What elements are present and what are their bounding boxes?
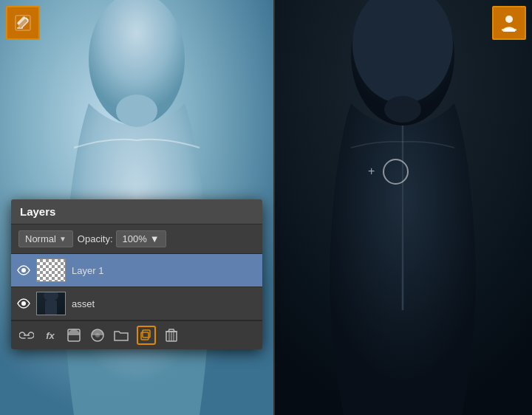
svg-point-17 [21, 301, 26, 306]
layer-thumbnail [36, 258, 66, 282]
blend-mode-dropdown[interactable]: Normal ▼ [18, 230, 73, 247]
crosshair-right [383, 159, 409, 185]
svg-point-14 [505, 16, 513, 23]
link-icon[interactable] [18, 327, 35, 343]
opacity-value: 100% [123, 233, 147, 244]
layers-panel: Layers Normal ▼ Opacity: 100% ▼ Lay [11, 199, 262, 349]
layer-name: asset [72, 298, 256, 309]
delete-icon[interactable] [163, 327, 180, 343]
layer-item[interactable]: asset [11, 287, 262, 320]
opacity-dropdown[interactable]: 100% ▼ [116, 230, 166, 247]
adjustment-icon[interactable] [89, 327, 106, 343]
layers-panel-header: Layers [11, 199, 262, 224]
svg-point-2 [116, 95, 157, 127]
layers-toolbar: fx [11, 320, 262, 349]
edit-tool-button[interactable] [6, 6, 40, 40]
layer-visibility-toggle[interactable] [17, 297, 30, 310]
fx-label: fx [46, 330, 55, 341]
stamp-tool-button[interactable] [492, 6, 526, 40]
canvas-divider [273, 0, 275, 415]
layers-title: Layers [20, 205, 55, 218]
layer-visibility-toggle[interactable] [17, 264, 30, 277]
blend-mode-chevron: ▼ [59, 235, 66, 243]
layers-controls-row: Normal ▼ Opacity: 100% ▼ [11, 224, 262, 254]
layer-name: Layer 1 [72, 265, 256, 276]
layer-thumbnail [36, 292, 66, 315]
opacity-chevron: ▼ [150, 233, 160, 244]
opacity-row: Opacity: 100% ▼ [78, 230, 166, 247]
folder-icon[interactable] [113, 327, 129, 343]
svg-point-6 [384, 96, 421, 123]
svg-rect-15 [502, 29, 516, 31]
layers-list: Layer 1 asset [11, 254, 262, 320]
new-layer-icon[interactable] [137, 326, 156, 345]
fx-icon[interactable]: fx [42, 327, 58, 343]
svg-point-21 [95, 333, 100, 337]
svg-point-16 [21, 268, 26, 272]
mask-icon[interactable] [66, 327, 82, 343]
opacity-label: Opacity: [78, 233, 113, 244]
canvas-right [273, 0, 532, 415]
blend-mode-value: Normal [25, 233, 56, 244]
layer-item[interactable]: Layer 1 [11, 254, 262, 287]
